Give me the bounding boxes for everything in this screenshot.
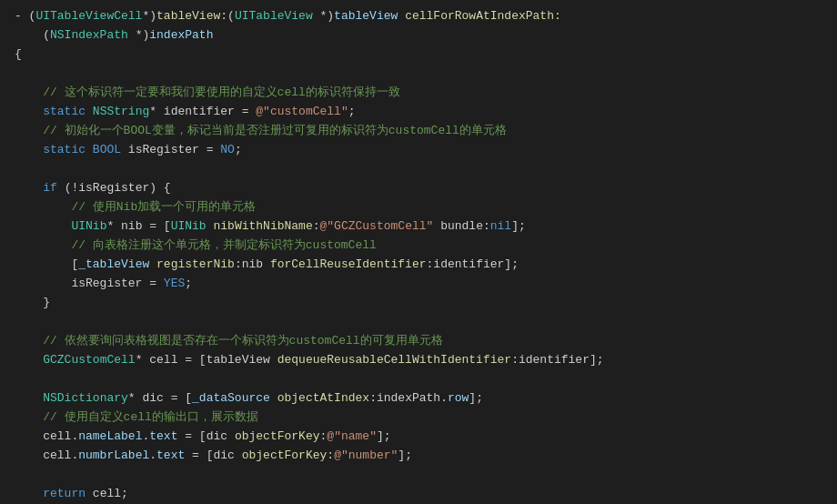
code-token: } bbox=[15, 294, 50, 313]
code-token bbox=[15, 485, 43, 504]
code-token: * dic = [ bbox=[128, 389, 192, 408]
code-token: _tableView bbox=[78, 256, 149, 275]
code-line: isRegister = YES; bbox=[0, 275, 837, 294]
code-token: tableView bbox=[334, 7, 398, 26]
code-token: *) bbox=[128, 26, 149, 45]
code-token bbox=[149, 256, 156, 275]
code-token: ( bbox=[15, 26, 50, 45]
code-token: if bbox=[43, 179, 57, 198]
code-token bbox=[15, 141, 43, 160]
code-token: [ bbox=[15, 256, 78, 275]
code-token: text bbox=[149, 428, 177, 447]
code-token: static bbox=[43, 103, 86, 122]
code-line: [_tableView registerNib:nib forCellReuse… bbox=[0, 256, 837, 275]
code-token: static bbox=[43, 141, 86, 160]
code-token bbox=[15, 179, 43, 198]
code-token: ; bbox=[185, 275, 192, 294]
code-token: isRegister = bbox=[15, 275, 164, 294]
code-token: @"GCZCustomCell" bbox=[320, 217, 434, 237]
code-token: :identifier]; bbox=[511, 351, 603, 370]
code-token bbox=[86, 141, 93, 160]
code-token: NSString bbox=[93, 103, 149, 122]
code-token: . bbox=[142, 428, 149, 447]
code-line: UINib* nib = [UINib nibWithNibName:@"GCZ… bbox=[0, 217, 837, 237]
code-token bbox=[15, 389, 43, 408]
code-token: nameLabel bbox=[78, 428, 142, 447]
code-token: cellForRowAtIndexPath: bbox=[398, 7, 560, 26]
code-token: cell. bbox=[15, 447, 78, 466]
code-token: UINib bbox=[171, 217, 207, 237]
code-token: : bbox=[320, 428, 328, 447]
code-line: cell.numbrLabel.text = [dic objectForKey… bbox=[0, 447, 837, 466]
code-token: _dataSource bbox=[192, 389, 270, 408]
code-token: ]; bbox=[377, 428, 391, 447]
code-token: UITableViewCell bbox=[35, 7, 142, 26]
code-line bbox=[0, 466, 837, 485]
code-token: GCZCustomCell bbox=[43, 351, 135, 370]
code-token: @"number" bbox=[334, 447, 398, 466]
code-token: ; bbox=[348, 103, 356, 122]
code-token: *) bbox=[313, 7, 334, 26]
code-line: // 这个标识符一定要和我们要使用的自定义cell的标识符保持一致 bbox=[0, 84, 837, 103]
code-line: { bbox=[0, 45, 837, 65]
code-token: return bbox=[43, 485, 86, 504]
code-token: BOOL bbox=[93, 141, 121, 160]
code-token: *) bbox=[142, 7, 156, 26]
code-token: * cell = [tableView bbox=[136, 351, 277, 370]
code-token: NO bbox=[220, 141, 235, 160]
code-token: nibWithNibName bbox=[213, 217, 312, 237]
code-token: ]; bbox=[469, 389, 483, 408]
code-token: { bbox=[15, 45, 22, 65]
code-token: forCellReuseIdentifier bbox=[270, 256, 427, 275]
code-token: * identifier = bbox=[149, 103, 256, 122]
code-token: = [dic bbox=[185, 447, 241, 466]
code-line: cell.nameLabel.text = [dic objectForKey:… bbox=[0, 428, 837, 447]
code-token: dequeueReusableCellWithIdentifier bbox=[277, 351, 511, 370]
code-line: // 依然要询问表格视图是否存在一个标识符为customCell的可复用单元格 bbox=[0, 332, 837, 351]
code-editor: - (UITableViewCell*)tableView:(UITableVi… bbox=[0, 0, 837, 504]
code-token: bundle: bbox=[433, 217, 489, 237]
code-line: if (!isRegister) { bbox=[0, 179, 837, 198]
code-line: } bbox=[0, 294, 837, 313]
code-token: text bbox=[156, 447, 185, 466]
code-token: nil bbox=[490, 217, 511, 237]
code-token: // 依然要询问表格视图是否存在一个标识符为customCell的可复用单元格 bbox=[15, 332, 443, 351]
code-token: cell. bbox=[15, 428, 78, 447]
code-token: :( bbox=[220, 7, 235, 26]
code-token: // 这个标识符一定要和我们要使用的自定义cell的标识符保持一致 bbox=[15, 84, 400, 103]
code-token: NSIndexPath bbox=[50, 26, 128, 45]
code-token: // 使用Nib加载一个可用的单元格 bbox=[15, 198, 256, 217]
code-line bbox=[0, 65, 837, 84]
code-token: @"name" bbox=[327, 428, 377, 447]
code-token: - ( bbox=[15, 7, 35, 26]
code-line bbox=[0, 160, 837, 179]
code-token: : bbox=[313, 217, 320, 237]
code-token: UITableView bbox=[235, 7, 313, 26]
code-line bbox=[0, 370, 837, 389]
code-token: @"customCell" bbox=[256, 103, 348, 122]
code-line: GCZCustomCell* cell = [tableView dequeue… bbox=[0, 351, 837, 370]
code-token: NSDictionary bbox=[43, 389, 128, 408]
code-line: return cell; bbox=[0, 485, 837, 504]
code-token: ]; bbox=[511, 217, 526, 237]
code-token bbox=[15, 217, 71, 237]
code-line: // 使用自定义cell的输出口，展示数据 bbox=[0, 408, 837, 428]
code-line: (NSIndexPath *)indexPath bbox=[0, 26, 837, 45]
code-token: :nib bbox=[235, 256, 270, 275]
code-token: objectForKey bbox=[235, 428, 320, 447]
code-token: ; bbox=[235, 141, 242, 160]
code-token: :identifier]; bbox=[427, 256, 519, 275]
code-token: . bbox=[149, 447, 156, 466]
code-line: static NSString* identifier = @"customCe… bbox=[0, 103, 837, 122]
code-token: isRegister = bbox=[121, 141, 220, 160]
code-token bbox=[270, 389, 277, 408]
code-token: (!isRegister) { bbox=[57, 179, 171, 198]
code-token: objectAtIndex bbox=[277, 389, 369, 408]
code-line: // 使用Nib加载一个可用的单元格 bbox=[0, 198, 837, 217]
code-token: // 初始化一个BOOL变量，标记当前是否注册过可复用的标识符为customCe… bbox=[15, 122, 507, 141]
code-token: UINib bbox=[71, 217, 106, 237]
code-line: - (UITableViewCell*)tableView:(UITableVi… bbox=[0, 7, 837, 26]
code-token bbox=[15, 351, 43, 370]
code-token: registerNib bbox=[156, 256, 235, 275]
code-token: = [dic bbox=[177, 428, 234, 447]
